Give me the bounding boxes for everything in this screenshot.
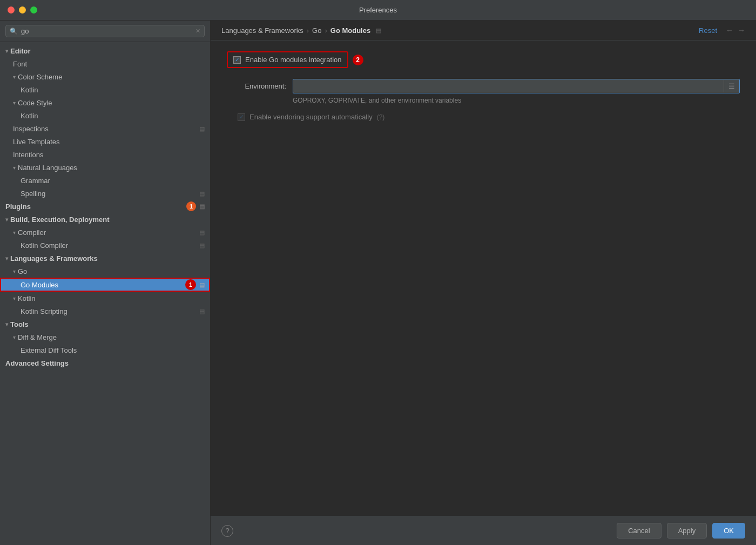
sidebar-item-label: Advanced Settings (5, 359, 69, 367)
chevron-down-icon: ▾ (13, 100, 16, 106)
vendoring-label: Enable vendoring support automatically (249, 113, 373, 121)
sidebar-item-tools[interactable]: ▾ Tools (0, 318, 210, 331)
sidebar-item-external-diff-tools[interactable]: External Diff Tools (0, 344, 210, 356)
vendoring-checkbox[interactable] (238, 113, 245, 121)
main-container: 🔍 ✕ ▾ Editor Font ▾ Color Scheme Ko (0, 21, 756, 545)
sidebar-item-natural-languages[interactable]: ▾ Natural Languages (0, 161, 210, 174)
enable-checkbox-container: Enable Go modules integration (227, 51, 348, 68)
chevron-down-icon: ▾ (13, 230, 16, 236)
sidebar-item-build-exec[interactable]: ▾ Build, Execution, Deployment (0, 213, 210, 226)
plugins-icons: 1 ▤ (186, 201, 205, 211)
search-icon: 🔍 (10, 28, 18, 35)
help-icon[interactable]: (?) (377, 113, 385, 121)
sidebar-item-inspections[interactable]: Inspections ▤ (0, 122, 210, 135)
sidebar-item-label: Go (18, 267, 27, 275)
reset-button[interactable]: Reset (699, 26, 717, 35)
settings-icon: ▤ (199, 242, 205, 249)
sidebar-item-label: Kotlin Scripting (21, 307, 68, 315)
settings-content: Enable Go modules integration 2 Environm… (211, 41, 756, 516)
env-label: Environment: (238, 82, 286, 90)
env-browse-button[interactable]: ☰ (724, 80, 739, 92)
sidebar-item-label: Spelling (21, 190, 45, 198)
breadcrumb-go[interactable]: Go (312, 26, 321, 35)
plugins-badge: 1 (186, 201, 196, 211)
chevron-down-icon: ▾ (13, 74, 16, 80)
apply-button[interactable]: Apply (667, 523, 707, 539)
sidebar-item-label: Kotlin (21, 112, 38, 120)
sidebar-item-grammar[interactable]: Grammar (0, 174, 210, 187)
chevron-down-icon: ▾ (5, 321, 8, 327)
search-input[interactable] (21, 27, 192, 35)
sidebar-item-label: Editor (10, 47, 31, 55)
sidebar-item-label: Kotlin Compiler (21, 241, 68, 250)
sidebar-item-languages-frameworks[interactable]: ▾ Languages & Frameworks (0, 252, 210, 265)
sidebar-item-advanced-settings[interactable]: Advanced Settings (0, 356, 210, 369)
env-input-wrapper[interactable]: ☰ (293, 79, 740, 93)
sidebar-item-label: Color Scheme (18, 73, 62, 81)
sidebar-item-label: Code Style (18, 99, 52, 107)
environment-row: Environment: ☰ (238, 79, 740, 93)
sidebar-item-label: Kotlin (18, 294, 36, 302)
chevron-down-icon: ▾ (13, 295, 16, 301)
step-2-badge: 2 (353, 55, 363, 65)
breadcrumb-lf[interactable]: Languages & Frameworks (221, 26, 303, 35)
ok-button[interactable]: OK (712, 523, 745, 539)
sidebar-item-label: Font (13, 60, 27, 68)
sidebar-item-label: External Diff Tools (21, 346, 77, 354)
breadcrumb-go-modules[interactable]: Go Modules (330, 26, 370, 35)
sidebar-item-kotlin-lf[interactable]: ▾ Kotlin (0, 292, 210, 305)
settings-icon: ▤ (199, 229, 205, 236)
sidebar-item-live-templates[interactable]: Live Templates (0, 135, 210, 148)
close-button[interactable] (8, 6, 15, 14)
search-bar: 🔍 ✕ (0, 21, 210, 42)
sidebar-item-kotlin-color[interactable]: Kotlin (0, 83, 210, 96)
sidebar-item-diff-merge[interactable]: ▾ Diff & Merge (0, 331, 210, 344)
sidebar-item-compiler[interactable]: ▾ Compiler ▤ (0, 226, 210, 239)
chevron-down-icon: ▾ (13, 165, 16, 171)
window-title: Preferences (359, 6, 397, 14)
go-modules-badge: 1 (185, 279, 196, 290)
sidebar: 🔍 ✕ ▾ Editor Font ▾ Color Scheme Ko (0, 21, 211, 545)
settings-icon: ▤ (199, 308, 205, 315)
settings-icon: ▤ (199, 125, 205, 132)
chevron-down-icon: ▾ (13, 334, 16, 340)
window-controls (8, 6, 37, 14)
chevron-down-icon: ▾ (5, 255, 8, 261)
breadcrumb-sep-2: › (325, 26, 327, 35)
search-wrapper[interactable]: 🔍 ✕ (5, 25, 205, 37)
settings-icon: ▤ (199, 281, 205, 288)
sidebar-item-label: Plugins (5, 203, 31, 211)
enable-go-modules-checkbox[interactable] (233, 56, 241, 64)
sidebar-item-kotlin-scripting[interactable]: Kotlin Scripting ▤ (0, 305, 210, 318)
env-hint: GOPROXY, GOPRIVATE, and other environmen… (238, 97, 740, 104)
help-button[interactable]: ? (221, 525, 233, 537)
sidebar-item-label: Go Modules (21, 281, 58, 289)
minimize-button[interactable] (19, 6, 26, 14)
search-clear-icon[interactable]: ✕ (195, 28, 200, 35)
sidebar-item-plugins[interactable]: Plugins 1 ▤ (0, 200, 210, 213)
maximize-button[interactable] (30, 6, 37, 14)
sidebar-item-intentions[interactable]: Intentions (0, 148, 210, 161)
back-arrow-icon[interactable]: ← (726, 26, 733, 35)
sidebar-item-go-modules[interactable]: Go Modules 1 ▤ (0, 278, 210, 292)
sidebar-item-kotlin-code-style[interactable]: Kotlin (0, 109, 210, 122)
content-area: Languages & Frameworks › Go › Go Modules… (211, 21, 756, 545)
sidebar-item-code-style[interactable]: ▾ Code Style (0, 96, 210, 109)
sidebar-item-label: Kotlin (21, 86, 38, 94)
sidebar-item-go[interactable]: ▾ Go (0, 265, 210, 278)
sidebar-item-kotlin-compiler[interactable]: Kotlin Compiler ▤ (0, 239, 210, 252)
title-bar: Preferences (0, 0, 756, 21)
nav-arrows: ← → (726, 26, 745, 35)
breadcrumb-settings-icon: ▤ (376, 27, 381, 34)
sidebar-item-editor[interactable]: ▾ Editor (0, 44, 210, 57)
breadcrumb-sep-1: › (307, 26, 309, 35)
env-input[interactable] (293, 79, 724, 93)
sidebar-tree: ▾ Editor Font ▾ Color Scheme Kotlin ▾ Co… (0, 42, 210, 545)
sidebar-item-label: Compiler (18, 228, 46, 237)
forward-arrow-icon[interactable]: → (738, 26, 745, 35)
sidebar-item-font[interactable]: Font (0, 57, 210, 70)
sidebar-item-label: Intentions (13, 151, 43, 159)
cancel-button[interactable]: Cancel (617, 523, 661, 539)
sidebar-item-spelling[interactable]: Spelling ▤ (0, 187, 210, 200)
sidebar-item-color-scheme[interactable]: ▾ Color Scheme (0, 70, 210, 83)
